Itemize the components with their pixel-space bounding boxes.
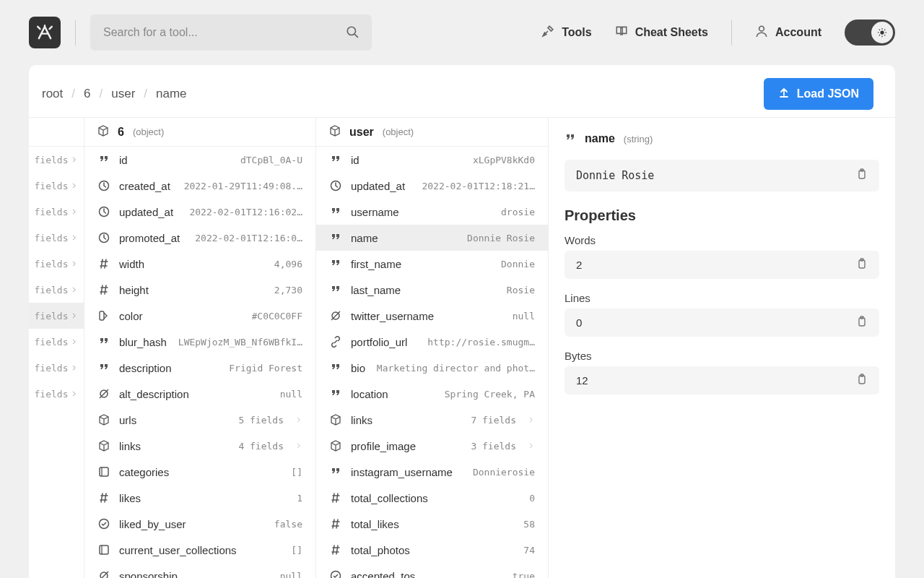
field-row-updated_at[interactable]: updated_at2022-02-01T12:16:02… [84,199,315,225]
null-icon [97,570,110,578]
copy-words-icon[interactable] [856,258,868,272]
nav-fields-row[interactable]: fields [29,303,84,329]
nav-account[interactable]: Account [755,25,821,40]
nav-tools[interactable]: Tools [541,25,591,40]
clock-icon [97,206,110,217]
field-row-portfolio_url[interactable]: portfolio_urlhttp://rosie.smugm… [316,329,548,355]
load-json-label: Load JSON [797,87,859,100]
nav-fields-row[interactable]: fields [29,251,84,277]
field-key: first_name [351,258,401,270]
field-row-name[interactable]: nameDonnie Rosie [316,225,548,251]
field-row-width[interactable]: width4,096 [84,251,315,277]
nav-fields-row[interactable]: fields [29,277,84,303]
search-icon [346,25,359,40]
quote-icon [329,232,342,243]
hash-icon [329,492,342,504]
field-row-description[interactable]: descriptionFrigid Forest [84,355,315,381]
copy-lines-icon[interactable] [856,316,868,329]
search-input[interactable] [103,26,339,39]
field-row-updated_at[interactable]: updated_at2022-02-01T12:18:21… [316,173,548,199]
field-value: #C0C0C0FF [252,311,302,322]
app-logo[interactable] [29,17,61,48]
upload-icon [778,87,790,101]
quote-icon [329,206,342,217]
nav-fields-row[interactable]: fields [29,147,84,173]
chevron-right-icon [528,440,535,452]
field-row-total_likes[interactable]: total_likes58 [316,511,548,537]
field-row-categories[interactable]: categories[] [84,459,315,485]
field-value: 2022-01-29T11:49:08.… [184,181,302,191]
nav-cheatsheets[interactable]: Cheat Sheets [615,25,708,40]
field-row-total_photos[interactable]: total_photos74 [316,537,548,563]
breadcrumb-sep: / [100,87,103,101]
prop-bytes-label: Bytes [565,350,879,362]
field-row-first_name[interactable]: first_nameDonnie [316,251,548,277]
field-row-sponsorship[interactable]: sponsorshipnull [84,563,315,578]
prop-bytes-box: 12 [565,366,879,394]
nav-fields-row[interactable]: fields [29,199,84,225]
field-row-last_name[interactable]: last_nameRosie [316,277,548,303]
field-row-profile_image[interactable]: profile_image3 fields [316,433,548,459]
detail-value: Donnie Rosie [576,169,654,182]
copy-value-icon[interactable] [856,168,868,183]
breadcrumb-sep: / [71,87,75,101]
copy-bytes-icon[interactable] [856,374,868,387]
field-key: username [351,206,399,218]
field-row-id[interactable]: iddTCpBl_0A-U [84,147,315,173]
load-json-button[interactable]: Load JSON [764,78,873,110]
field-row-links[interactable]: links4 fields [84,433,315,459]
field-value: Rosie [507,285,535,296]
field-row-height[interactable]: height2,730 [84,277,315,303]
field-row-alt_description[interactable]: alt_descriptionnull [84,381,315,407]
field-key: location [351,388,388,400]
null-icon [97,388,110,400]
field-row-liked_by_user[interactable]: liked_by_userfalse [84,511,315,537]
field-key: total_photos [351,544,410,556]
field-row-bio[interactable]: bioMarketing director and phot… [316,355,548,381]
nav-fields-row[interactable]: fields [29,381,84,407]
breadcrumb-seg[interactable]: user [111,87,135,101]
field-value: 74 [523,545,535,556]
field-row-blur_hash[interactable]: blur_hashLWEpWjozM_WB_Nf6WBfkI… [84,329,315,355]
search-box[interactable] [90,14,372,51]
nav-fields-row[interactable]: fields [29,355,84,381]
field-row-total_collections[interactable]: total_collections0 [316,485,548,511]
field-row-likes[interactable]: likes1 [84,485,315,511]
field-row-id[interactable]: idxLGpPV8kKd0 [316,147,548,173]
field-row-promoted_at[interactable]: promoted_at2022-02-01T12:16:0… [84,225,315,251]
field-value: Donnie Rosie [467,233,535,243]
field-value: 4 fields [238,441,284,452]
breadcrumb-seg[interactable]: name [156,87,187,101]
field-row-created_at[interactable]: created_at2022-01-29T11:49:08.… [84,173,315,199]
field-value: LWEpWjozM_WB_Nf6WBfkI… [178,337,302,348]
null-icon [329,310,342,322]
field-row-links[interactable]: links7 fields [316,407,548,433]
breadcrumb-seg[interactable]: 6 [84,87,90,101]
check-icon [329,570,342,578]
field-value: [] [291,467,302,478]
field-row-urls[interactable]: urls5 fields [84,407,315,433]
detail-type: (string) [624,134,653,144]
quote-icon [329,466,342,478]
nav-fields-row[interactable]: fields [29,225,84,251]
field-row-location[interactable]: locationSpring Creek, PA [316,381,548,407]
prop-lines-box: 0 [565,309,879,337]
book-icon [615,25,628,40]
field-row-current_user_collections[interactable]: current_user_collections[] [84,537,315,563]
breadcrumb: root/6/user/name [42,87,187,101]
field-row-twitter_username[interactable]: twitter_usernamenull [316,303,548,329]
theme-toggle[interactable] [845,20,895,46]
field-key: color [119,310,143,322]
field-row-accepted_tos[interactable]: accepted_tostrue [316,563,548,578]
prop-lines-value: 0 [576,316,582,329]
nav-fields-row[interactable]: fields [29,329,84,355]
field-row-instagram_username[interactable]: instagram_usernameDonnierosie [316,459,548,485]
field-key: liked_by_user [119,518,186,530]
theme-knob [871,22,893,43]
quote-icon [329,258,342,269]
field-row-color[interactable]: color#C0C0C0FF [84,303,315,329]
nav-fields-row[interactable]: fields [29,173,84,199]
nav-column: fields fields fields fields fields field… [29,118,84,578]
field-row-username[interactable]: usernamedrosie [316,199,548,225]
breadcrumb-seg[interactable]: root [42,87,63,101]
